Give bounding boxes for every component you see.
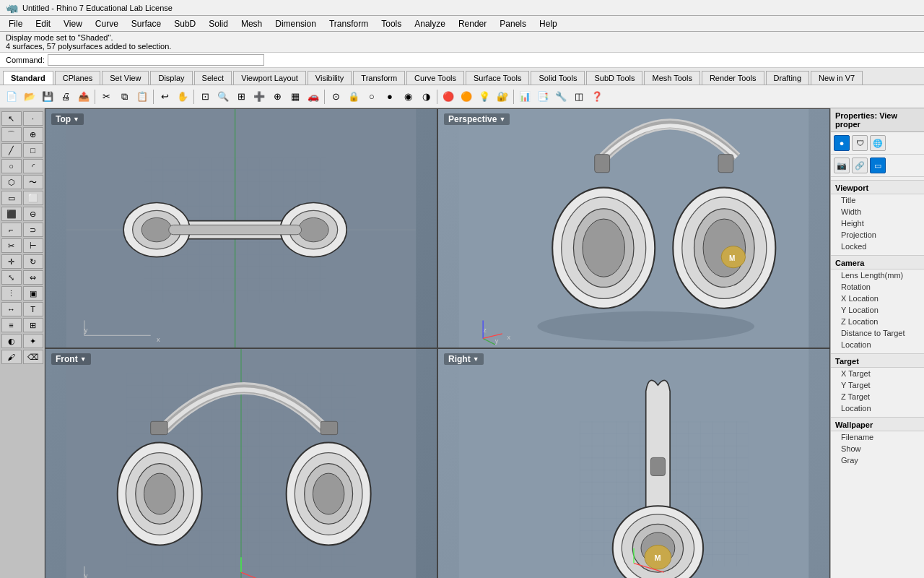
- prop-title[interactable]: Title: [831, 194, 924, 206]
- menu-panels[interactable]: Panels: [494, 17, 532, 30]
- paste-icon[interactable]: 📋: [134, 88, 151, 105]
- array-tool[interactable]: ⋮: [1, 286, 22, 301]
- undo-icon[interactable]: ↩: [156, 88, 173, 105]
- texture-icon[interactable]: 🟠: [458, 88, 475, 105]
- tab-select[interactable]: Select: [194, 71, 232, 85]
- trim-tool[interactable]: ✂: [1, 238, 22, 253]
- tab-render-tools[interactable]: Render Tools: [702, 71, 764, 85]
- sphere-wire-icon[interactable]: ○: [363, 88, 380, 105]
- zoom-window-icon[interactable]: ⊞: [232, 88, 250, 105]
- polygon-tool[interactable]: ⬡: [1, 175, 22, 189]
- tab-cplanes[interactable]: CPlanes: [55, 71, 101, 85]
- tab-surface-tools[interactable]: Surface Tools: [466, 71, 529, 85]
- obj-prop-icon[interactable]: 📊: [516, 88, 533, 105]
- tab-standard[interactable]: Standard: [3, 71, 53, 85]
- panel-icon-camera[interactable]: 📷: [834, 158, 850, 173]
- print-icon[interactable]: 🖨: [57, 88, 74, 105]
- viewport-right[interactable]: Right ▼: [437, 348, 830, 578]
- split-tool[interactable]: ⊢: [23, 238, 43, 253]
- extrude-tool[interactable]: ⬛: [1, 207, 22, 221]
- prop-show[interactable]: Show: [831, 443, 924, 454]
- viewport-top-label[interactable]: Top ▼: [51, 113, 84, 125]
- menu-tools[interactable]: Tools: [375, 17, 407, 30]
- prop-gray[interactable]: Gray: [831, 454, 924, 466]
- tab-transform[interactable]: Transform: [353, 71, 405, 85]
- grid-icon[interactable]: ▦: [287, 88, 304, 105]
- zoom-in-icon[interactable]: ➕: [250, 88, 268, 105]
- viewport-top[interactable]: Top ▼: [45, 108, 437, 348]
- menu-edit[interactable]: Edit: [30, 17, 56, 30]
- menu-analyze[interactable]: Analyze: [409, 17, 451, 30]
- menu-subd[interactable]: SubD: [168, 17, 201, 30]
- viewport-perspective-arrow[interactable]: ▼: [499, 116, 505, 123]
- prop-y-location[interactable]: Y Location: [831, 304, 924, 316]
- box-tool[interactable]: ⬜: [23, 191, 43, 205]
- prop-z-location[interactable]: Z Location: [831, 316, 924, 327]
- point-tool[interactable]: ·: [23, 111, 43, 126]
- menu-dimension[interactable]: Dimension: [269, 17, 322, 30]
- tab-solid-tools[interactable]: Solid Tools: [531, 71, 585, 85]
- move-tool[interactable]: ✛: [1, 254, 22, 269]
- subd-icon[interactable]: ◫: [570, 88, 588, 105]
- select-tool[interactable]: ↖: [1, 111, 22, 126]
- tab-curve-tools[interactable]: Curve Tools: [406, 71, 464, 85]
- open-icon[interactable]: 📂: [21, 88, 38, 105]
- fillet-tool[interactable]: ⌐: [1, 223, 22, 237]
- prop-x-location[interactable]: X Location: [831, 293, 924, 304]
- prop-z-target[interactable]: Z Target: [831, 391, 924, 402]
- menu-surface[interactable]: Surface: [126, 17, 167, 30]
- prop-distance-to-target[interactable]: Distance to Target: [831, 327, 924, 339]
- zoom-selected-icon[interactable]: 🔍: [214, 88, 232, 105]
- lock2-icon[interactable]: 🔐: [494, 88, 511, 105]
- prop-camera-location[interactable]: Location: [831, 339, 924, 350]
- viewport-perspective[interactable]: Perspective ▼ M: [437, 108, 830, 348]
- save-icon[interactable]: 💾: [39, 88, 56, 105]
- group-tool[interactable]: ▣: [23, 286, 43, 301]
- surface-tool[interactable]: ▭: [1, 191, 22, 205]
- prop-y-target[interactable]: Y Target: [831, 379, 924, 391]
- light-icon[interactable]: 💡: [476, 88, 493, 105]
- cut-icon[interactable]: ✂: [97, 88, 115, 105]
- snap-icon[interactable]: ⊙: [327, 88, 344, 105]
- prop-rotation[interactable]: Rotation: [831, 281, 924, 293]
- export-icon[interactable]: 📤: [75, 88, 92, 105]
- prop-height[interactable]: Height: [831, 217, 924, 229]
- help-icon[interactable]: ❓: [588, 88, 606, 105]
- prop-width[interactable]: Width: [831, 206, 924, 217]
- sphere-shaded-icon[interactable]: ●: [381, 88, 398, 105]
- new-icon[interactable]: 📄: [3, 88, 20, 105]
- tab-set-view[interactable]: Set View: [102, 71, 149, 85]
- mirror-tool[interactable]: ⇔: [23, 270, 43, 285]
- text-tool[interactable]: T: [23, 302, 43, 316]
- menu-solid[interactable]: Solid: [203, 17, 234, 30]
- circle-tool[interactable]: ○: [1, 159, 22, 173]
- lock-icon[interactable]: 🔒: [345, 88, 362, 105]
- panel-icon-shield[interactable]: 🛡: [852, 135, 868, 151]
- car-icon[interactable]: 🚗: [305, 88, 322, 105]
- snap-tool[interactable]: ⊕: [23, 127, 43, 142]
- tab-new-in-v7[interactable]: New in V7: [811, 71, 863, 85]
- menu-transform[interactable]: Transform: [323, 17, 374, 30]
- pan-icon[interactable]: ✋: [174, 88, 191, 105]
- prop-locked[interactable]: Locked: [831, 241, 924, 252]
- layer-icon[interactable]: 📑: [534, 88, 552, 105]
- prop-lens-length[interactable]: Lens Length(mm): [831, 269, 924, 281]
- viewport-front-label[interactable]: Front ▼: [51, 353, 91, 365]
- prop-filename[interactable]: Filename: [831, 431, 924, 443]
- viewport-front[interactable]: Front ▼: [45, 348, 437, 578]
- menu-view[interactable]: View: [58, 17, 88, 30]
- viewport-perspective-label[interactable]: Perspective ▼: [444, 113, 510, 125]
- cage-tool[interactable]: ⊞: [23, 318, 43, 332]
- copy-icon[interactable]: ⧉: [116, 88, 133, 105]
- panel-icon-rect[interactable]: ▭: [870, 158, 886, 173]
- viewport-front-arrow[interactable]: ▼: [80, 355, 87, 363]
- panel-icon-circle[interactable]: ●: [834, 135, 850, 151]
- render2-tool[interactable]: ◐: [1, 334, 22, 348]
- menu-render[interactable]: Render: [453, 17, 492, 30]
- prop-x-target[interactable]: X Target: [831, 368, 924, 379]
- viewport-right-arrow[interactable]: ▼: [473, 355, 479, 363]
- menu-mesh[interactable]: Mesh: [235, 17, 268, 30]
- rect-tool[interactable]: □: [23, 143, 43, 158]
- zoom-all-icon[interactable]: ⊕: [269, 88, 286, 105]
- erase-tool[interactable]: ⌫: [23, 350, 43, 364]
